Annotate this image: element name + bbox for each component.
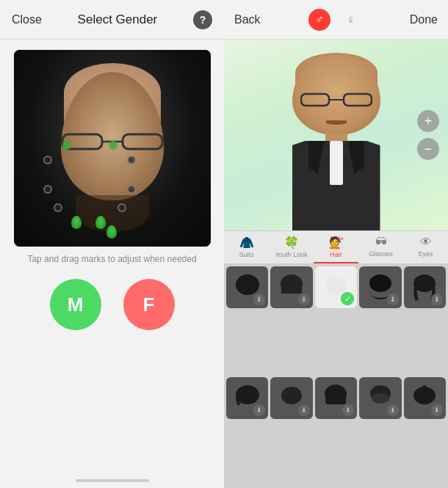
hair-option-1[interactable]: ⬇ (226, 266, 268, 308)
hair-label: Hair (330, 251, 342, 258)
suits-icon: 🧥 (239, 236, 254, 250)
tab-glasses[interactable]: 🕶 Glasses (358, 231, 403, 263)
tap-hint: Tap and drag marks to adjust when needed (27, 254, 196, 264)
help-button[interactable]: ? (193, 10, 212, 29)
face-photo-bg (14, 50, 211, 247)
tab-suits[interactable]: 🧥 Suits (224, 231, 269, 263)
landmark-dot-4[interactable] (127, 156, 136, 164)
hair-option-4[interactable]: ⬇ (359, 266, 401, 308)
landmark-dot-7[interactable] (54, 203, 62, 212)
right-header: Back ♂ ♀ Done (224, 0, 448, 40)
youth-label: Youth Look (275, 251, 308, 258)
page-title: Select Gender (42, 12, 193, 27)
hair-option-8[interactable]: ⬇ (315, 377, 357, 419)
zoom-in-button[interactable]: + (417, 110, 439, 132)
left-header: Close Select Gender ? (0, 0, 224, 40)
landmark-marker-bottom[interactable] (106, 225, 117, 238)
tab-youth-look[interactable]: 🍀 Youth Look (269, 231, 314, 263)
svg-rect-19 (325, 397, 346, 404)
home-indicator (76, 479, 149, 482)
landmark-dot-2[interactable] (109, 141, 118, 150)
youth-icon: 🍀 (284, 236, 299, 250)
eyes-label: Eyes (418, 250, 433, 258)
avatar-area: + − (224, 40, 448, 230)
back-button[interactable]: Back (234, 13, 261, 26)
female-gender-button[interactable]: F (123, 279, 175, 330)
svg-rect-5 (301, 94, 329, 106)
hair-option-5[interactable]: ⬇ (404, 266, 446, 308)
landmark-dot-6[interactable] (127, 185, 136, 194)
hair-option-3[interactable]: ✓ (315, 266, 357, 308)
landmark-marker-chin[interactable] (71, 216, 82, 229)
svg-point-12 (325, 277, 346, 296)
male-gender-button[interactable]: M (50, 279, 101, 330)
landmark-marker-chin2[interactable] (95, 216, 106, 229)
svg-point-13 (369, 274, 391, 292)
landmark-dot-3[interactable] (43, 156, 52, 164)
svg-point-16 (281, 387, 302, 404)
avatar-cartoon-body (292, 141, 380, 230)
hair-option-9[interactable]: ⬇ (359, 377, 401, 419)
svg-rect-11 (281, 288, 302, 294)
hair-option-10[interactable]: ⬇ (404, 377, 446, 419)
avatar-figure (270, 54, 402, 230)
download-icon-8: ⬇ (342, 404, 354, 416)
hair-icon: 💇 (329, 236, 344, 250)
zoom-controls: + − (417, 110, 439, 160)
selected-checkmark: ✓ (341, 292, 354, 305)
gender-icon-group: ♂ ♀ (308, 9, 361, 31)
svg-rect-6 (344, 94, 372, 106)
svg-point-9 (240, 283, 255, 295)
tab-hair[interactable]: 💇 Hair (314, 231, 358, 263)
avatar-cartoon-glasses (300, 92, 372, 109)
female-icon-button[interactable]: ♀ (339, 9, 361, 31)
download-icon-1: ⬇ (253, 294, 265, 305)
glasses-icon: 🕶 (375, 236, 387, 249)
male-icon-button[interactable]: ♂ (308, 9, 330, 31)
download-icon-6: ⬇ (253, 404, 265, 416)
landmark-dot-5[interactable] (43, 185, 52, 194)
gender-buttons: M F (50, 279, 175, 330)
download-icon-2: ⬇ (298, 294, 310, 305)
zoom-out-button[interactable]: − (417, 138, 439, 160)
suits-label: Suits (239, 251, 253, 258)
landmark-dot-8[interactable] (118, 203, 126, 212)
landmark-dot-1[interactable] (62, 141, 71, 150)
right-panel: Back ♂ ♀ Done (224, 0, 448, 488)
done-button[interactable]: Done (410, 13, 438, 26)
svg-rect-23 (422, 385, 427, 397)
category-tabs: 🧥 Suits 🍀 Youth Look 💇 Hair 🕶 Glasses 👁 … (224, 230, 448, 264)
eyes-icon: 👁 (420, 236, 432, 249)
close-button[interactable]: Close (12, 13, 42, 26)
download-icon-4: ⬇ (387, 294, 399, 305)
left-panel: Close Select Gender ? (0, 0, 224, 488)
glasses-label: Glasses (369, 250, 393, 258)
hair-option-7[interactable]: ⬇ (270, 377, 312, 419)
download-icon-5: ⬇ (431, 294, 443, 305)
avatar-cartoon-mouth (326, 120, 347, 125)
hair-options-grid: ⬇ ⬇ ✓ ⬇ ⬇ ⬇ ⬇ (224, 264, 448, 488)
download-icon-7: ⬇ (298, 404, 310, 416)
svg-point-15 (236, 385, 259, 404)
face-photo-container (14, 50, 211, 247)
tab-eyes[interactable]: 👁 Eyes (403, 231, 448, 263)
download-icon-9: ⬇ (387, 404, 399, 416)
hair-option-6[interactable]: ⬇ (226, 377, 268, 419)
download-icon-10: ⬇ (431, 404, 443, 416)
hair-option-2[interactable]: ⬇ (270, 266, 312, 308)
svg-rect-1 (123, 134, 162, 149)
svg-point-21 (372, 393, 389, 404)
